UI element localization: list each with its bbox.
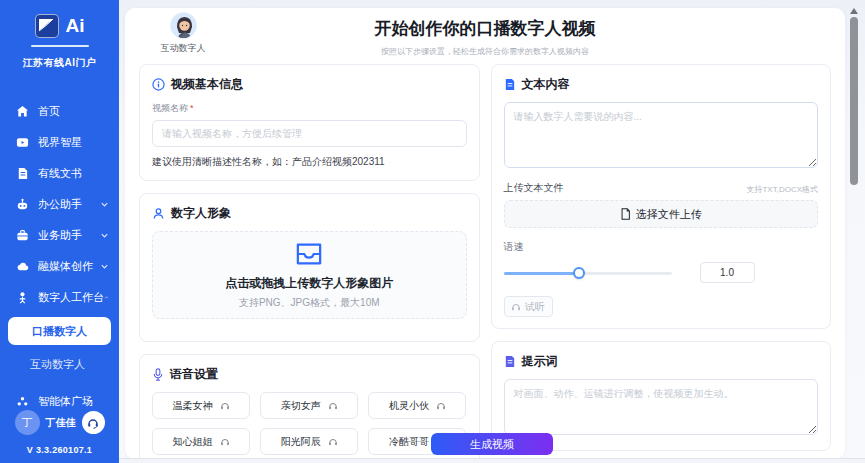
upload-main-text: 点击或拖拽上传数字人形象图片 [225,275,393,292]
sidebar-subitem-interactive-digital-human[interactable]: 互动数字人 [0,349,119,380]
video-info-title: 视频基本信息 [171,76,243,93]
voice-option-button[interactable]: 亲切女声 [260,392,358,419]
text-content-title: 文本内容 [522,76,570,93]
scrollbar-up-arrow[interactable] [850,8,858,14]
logo-flag-icon [35,14,59,38]
choose-file-button[interactable]: 选择文件上传 [504,200,819,228]
sidebar-subitem-broadcast-digital-human[interactable]: 口播数字人 [8,317,111,345]
sidebar-item-home[interactable]: 首页 [0,96,119,127]
document-icon [15,167,29,181]
slider-handle[interactable] [573,267,585,279]
generate-video-button[interactable]: 生成视频 [431,433,553,455]
speed-slider[interactable] [504,267,672,279]
sidebar-item-media-creation[interactable]: 融媒体创作 [0,251,119,282]
bottom-strip [119,458,865,463]
prompt-title: 提示词 [522,353,558,370]
document-blue-icon [504,78,516,91]
page-title: 开始创作你的口播数字人视频 [125,17,845,40]
headphone-icon [511,302,521,312]
upload-file-label: 上传文本文件 [504,181,564,195]
avatar-upload-dropzone[interactable]: 点击或拖拽上传数字人形象图片 支持PNG、JPG格式，最大10M [152,231,467,319]
video-info-card: 视频基本信息 视频名称* 建议使用清晰描述性名称，如：产品介绍视频202311 [139,64,480,181]
voice-option-button[interactable]: 阳光阿辰 [260,428,358,455]
avatar-upload-title: 数字人形象 [171,205,231,222]
sidebar-menu: 首页 视界智星 有线文书 办公助手 业务助手 融媒体创作 数字人工作台 [0,96,119,417]
group-icon [15,395,29,409]
page-header: 互动数字人 开始创作你的口播数字人视频 按照以下步骤设置，轻松生成符合你需求的数… [125,8,845,60]
mode-avatar-block[interactable]: 互动数字人 [153,12,213,55]
user-avatar[interactable]: 丁 [15,410,40,435]
scrollbar-thumb[interactable] [850,17,858,185]
slider-fill [504,272,580,275]
speed-value-input[interactable] [700,262,755,283]
robot-icon [15,198,29,212]
voice-option-button[interactable]: 温柔女神 [152,392,250,419]
microphone-icon [152,368,164,381]
vertical-scrollbar[interactable] [849,8,858,455]
speech-text-input[interactable] [504,102,819,168]
chevron-down-icon [100,262,109,271]
logo: Ai [0,14,119,38]
right-column: 文本内容 上传文本文件 支持TXT,DOCX格式 选择文件上传 语速 [491,64,832,459]
required-mark: * [190,103,194,113]
file-icon [620,208,631,220]
customer-service-icon[interactable] [82,411,105,434]
video-name-hint: 建议使用清晰描述性名称，如：产品介绍视频202311 [152,155,467,169]
interactive-digital-human-avatar [170,12,197,39]
voice-option-button[interactable]: 机灵小伙 [368,392,466,419]
briefcase-icon [15,229,29,243]
voice-settings-card: 语音设置 温柔女神 亲切女声 机灵小伙 知心姐姐 阳光阿辰 冷酷哥哥 [139,354,480,459]
headphone-icon [220,401,230,411]
page-subtitle: 按照以下步骤设置，轻松生成符合你需求的数字人视频内容 [125,46,845,57]
headphone-icon [328,437,338,447]
version-label: V 3.3.260107.1 [0,445,119,455]
user-name: 丁佳佳 [46,416,76,430]
sidebar-item-video[interactable]: 视界智星 [0,127,119,158]
logo-text: Ai [66,15,85,37]
upload-hint-text: 支持PNG、JPG格式，最大10M [239,296,380,310]
mode-avatar-label: 互动数字人 [153,42,213,55]
headphone-icon [436,401,446,411]
headphone-icon [220,437,230,447]
inbox-icon [294,241,324,267]
sidebar-item-business-assistant[interactable]: 业务助手 [0,220,119,251]
document-purple-icon [504,355,516,368]
cloud-icon [15,260,29,274]
voice-option-button[interactable]: 知心姐姐 [152,428,250,455]
video-icon [15,136,29,150]
person-icon [15,291,29,305]
info-icon [152,78,165,91]
video-name-label: 视频名称 [152,103,188,113]
listen-button[interactable]: 试听 [504,296,553,317]
text-content-card: 文本内容 上传文本文件 支持TXT,DOCX格式 选择文件上传 语速 [491,64,832,329]
logo-divider [31,45,89,47]
chevron-up-icon [104,293,109,302]
sidebar: Ai 江苏有线AI门户 首页 视界智星 有线文书 办公助手 业务助手 融媒体创作 [0,0,119,463]
person-outline-icon [152,207,165,220]
video-name-input[interactable] [152,120,467,147]
portal-name: 江苏有线AI门户 [0,56,119,70]
voice-grid: 温柔女神 亲切女声 机灵小伙 知心姐姐 阳光阿辰 冷酷哥哥 [152,392,467,455]
speed-label: 语速 [504,240,819,254]
chevron-down-icon [100,200,109,209]
upload-file-format: 支持TXT,DOCX格式 [746,184,818,195]
chevron-down-icon [100,231,109,240]
sidebar-item-document[interactable]: 有线文书 [0,158,119,189]
headphone-icon [328,401,338,411]
content-panel: 互动数字人 开始创作你的口播数字人视频 按照以下步骤设置，轻松生成符合你需求的数… [125,8,845,459]
sidebar-footer: 丁 丁佳佳 V 3.3.260107.1 [0,410,119,455]
left-column: 视频基本信息 视频名称* 建议使用清晰描述性名称，如：产品介绍视频202311 … [139,64,480,459]
avatar-upload-card: 数字人形象 点击或拖拽上传数字人形象图片 支持PNG、JPG格式，最大10M [139,193,480,342]
main-area: 互动数字人 开始创作你的口播数字人视频 按照以下步骤设置，轻松生成符合你需求的数… [119,0,865,463]
voice-settings-title: 语音设置 [170,366,218,383]
home-icon [15,105,29,119]
sidebar-item-digital-human-workbench[interactable]: 数字人工作台 [0,282,119,313]
sidebar-item-office-assistant[interactable]: 办公助手 [0,189,119,220]
prompt-input[interactable] [504,379,819,435]
